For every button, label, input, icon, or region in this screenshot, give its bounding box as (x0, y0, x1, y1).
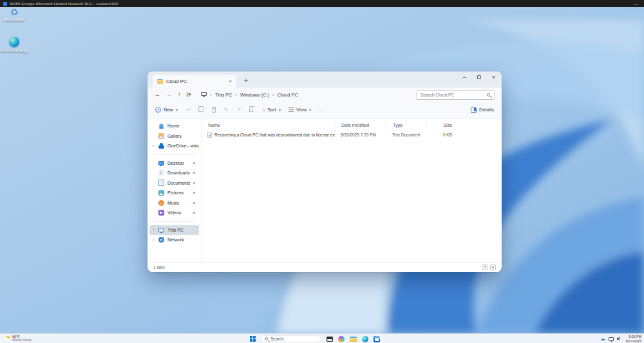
breadcrumb-this-pc[interactable]: This PC (215, 92, 232, 98)
column-header-date-modified[interactable]: Date modified (335, 123, 386, 127)
minimize-button[interactable]: – (463, 75, 466, 79)
explorer-search-box[interactable] (416, 90, 495, 100)
chevron-expand-icon[interactable]: › (153, 144, 154, 148)
tab-title: Cloud PC (166, 79, 225, 84)
sidebar-label: Documents (167, 181, 190, 185)
breadcrumb-separator: › (210, 92, 212, 98)
rename-icon[interactable]: ✎ (224, 107, 229, 113)
clock-date: 8/17/2025 (626, 339, 641, 343)
desktop-icon-recycle-bin[interactable]: ♻ Recycle Bin (0, 6, 28, 22)
column-header-name[interactable]: Name (202, 123, 335, 127)
session-minimize-button[interactable]: — (634, 2, 641, 6)
chevron-expand-icon[interactable]: › (153, 227, 154, 232)
new-tab-button[interactable]: + (244, 78, 248, 84)
pin-icon (192, 171, 196, 176)
file-row[interactable]: Recovering a Cloud PC that was deprovisi… (202, 130, 502, 140)
display-tray-icon[interactable] (609, 337, 614, 341)
system-tray: ☁ 9:05 PM 8/17/2025 (600, 334, 641, 343)
home-icon (158, 123, 164, 129)
column-header-size[interactable]: Size (426, 123, 461, 127)
file-type: Text Document (386, 133, 426, 137)
forward-button[interactable]: → (166, 91, 172, 98)
chevron-down-icon: ▾ (176, 107, 178, 112)
cut-icon[interactable]: ✂ (187, 107, 191, 113)
new-plus-icon: + (155, 107, 161, 113)
gallery-icon (158, 133, 164, 139)
breadcrumb[interactable]: › This PC › Windows (C:) › Cloud PC (197, 92, 410, 98)
microsoft-store-icon[interactable] (374, 336, 380, 342)
taskbar-clock[interactable]: 9:05 PM 8/17/2025 (626, 335, 641, 343)
sidebar-item-this-pc[interactable]: › This PC (149, 225, 199, 236)
start-button[interactable] (250, 336, 256, 342)
windows-app-icon (3, 2, 7, 6)
large-icons-view-toggle[interactable] (490, 264, 496, 270)
new-button[interactable]: + New ▾ (155, 107, 178, 113)
paste-icon[interactable] (212, 107, 216, 113)
up-button[interactable]: ↑ (178, 91, 181, 98)
explorer-search-input[interactable] (421, 93, 487, 97)
text-file-icon (207, 132, 212, 138)
chevron-down-icon: ▾ (309, 107, 311, 112)
refresh-button[interactable]: ⟳ (187, 91, 192, 98)
sidebar-item-gallery[interactable]: Gallery (149, 131, 199, 142)
copilot-icon[interactable] (338, 336, 345, 342)
pin-icon (192, 201, 196, 206)
breadcrumb-separator: › (235, 92, 237, 98)
delete-icon[interactable] (249, 107, 253, 112)
task-view-icon[interactable] (327, 337, 333, 342)
tab-close-icon[interactable]: × (229, 79, 232, 84)
edge-icon[interactable] (362, 336, 368, 342)
column-header-type[interactable]: Type (386, 123, 426, 127)
sidebar-item-desktop[interactable]: Desktop (149, 158, 199, 169)
folder-icon (157, 79, 163, 84)
sidebar-item-onedrive[interactable]: › OneDrive - window (149, 141, 199, 151)
sort-label: Sort (267, 107, 276, 113)
close-button[interactable]: × (492, 75, 495, 80)
weather-widget[interactable]: 66°F Mostly cloudy (4, 335, 32, 342)
details-pane-button[interactable]: Details (471, 107, 494, 113)
weather-condition: Mostly cloudy (12, 338, 32, 342)
sidebar-item-home[interactable]: Home (149, 121, 199, 131)
sort-button[interactable]: ↑↓ Sort ▾ (262, 107, 281, 113)
sort-icon: ↑↓ (262, 107, 265, 112)
sidebar-label: Pictures (167, 190, 184, 195)
details-view-toggle[interactable] (482, 264, 488, 270)
item-count: 1 item (153, 265, 165, 270)
volume-icon[interactable] (617, 337, 623, 342)
videos-icon: ▶ (158, 210, 164, 216)
sidebar-separator (153, 154, 196, 155)
sidebar-item-network[interactable]: › Network (149, 235, 199, 245)
this-pc-icon (201, 92, 207, 96)
onedrive-tray-icon[interactable]: ☁ (600, 336, 605, 342)
edge-icon (9, 37, 19, 47)
sidebar-item-downloads[interactable]: Downloads (149, 168, 199, 178)
sidebar-label: Gallery (167, 134, 182, 138)
command-toolbar: + New ▾ ✂ ✎ ↗ ↑↓ Sort ▾ View ▾ … Details (147, 102, 502, 118)
weather-text: 66°F Mostly cloudy (12, 335, 32, 342)
window-controls: – × (463, 75, 495, 80)
back-button[interactable]: ← (155, 91, 160, 98)
sidebar-item-documents[interactable]: Documents (149, 178, 199, 189)
file-date-modified: 8/15/2025 7:20 PM (335, 133, 386, 137)
sidebar-item-videos[interactable]: ▶ Videos (149, 208, 199, 218)
search-icon (265, 337, 268, 340)
view-button[interactable]: View ▾ (289, 107, 311, 113)
file-name: Recovering a Cloud PC that was deprovisi… (214, 133, 335, 137)
file-name-cell[interactable]: Recovering a Cloud PC that was deprovisi… (202, 132, 335, 138)
share-icon[interactable]: ↗ (236, 107, 241, 113)
sidebar-item-music[interactable]: ♪ Music (149, 198, 199, 209)
maximize-button[interactable] (477, 75, 481, 79)
explorer-tab-cloud-pc[interactable]: Cloud PC × (153, 75, 236, 88)
copy-icon[interactable] (200, 107, 204, 112)
file-explorer-icon[interactable] (350, 337, 357, 342)
network-icon (158, 237, 164, 243)
desktop-icon-microsoft-edge[interactable]: Microsoft Edge (0, 36, 28, 53)
breadcrumb-cloud-pc[interactable]: Cloud PC (278, 92, 298, 98)
more-options-button[interactable]: … (319, 107, 325, 113)
file-size: 0 KB (426, 133, 461, 137)
sidebar-item-pictures[interactable]: Pictures (149, 188, 199, 198)
taskbar-search-box[interactable]: Search (261, 335, 321, 342)
chevron-expand-icon[interactable]: › (153, 237, 154, 242)
breadcrumb-windows-c[interactable]: Windows (C:) (240, 92, 269, 98)
details-pane-icon (471, 107, 477, 113)
